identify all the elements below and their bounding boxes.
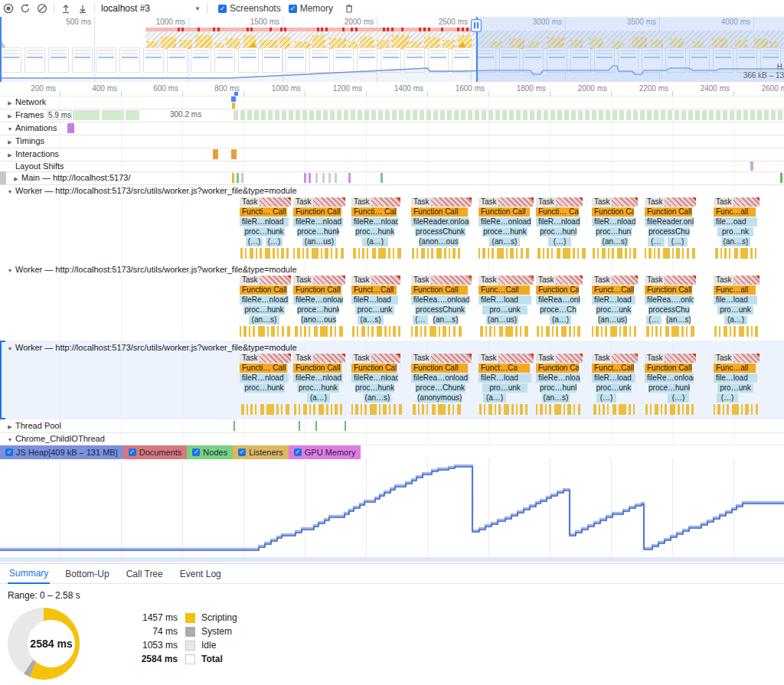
micro-task-bar[interactable] — [577, 248, 579, 259]
micro-task-bar[interactable] — [751, 404, 753, 415]
micro-task-bar[interactable] — [724, 326, 727, 337]
function-call-bar[interactable]: Funct…Call — [592, 285, 634, 295]
task-bar[interactable]: Task — [592, 197, 638, 207]
micro-task-bar[interactable] — [286, 248, 289, 259]
function-call-bar[interactable]: Functi… Call — [240, 364, 287, 373]
micro-task-bar[interactable] — [617, 248, 622, 259]
main-thread-event[interactable] — [335, 173, 337, 183]
function-call-bar[interactable]: Function Call — [351, 364, 397, 373]
micro-task-bar[interactable] — [424, 326, 426, 337]
micro-task-bar[interactable] — [567, 404, 571, 415]
filereader-onload-bar[interactable]: fileR…nload — [240, 373, 289, 383]
task-bar[interactable]: Task — [536, 354, 583, 363]
micro-task-bar[interactable] — [521, 248, 523, 259]
micro-task-bar[interactable] — [273, 248, 275, 259]
micro-task-bar[interactable] — [756, 404, 758, 415]
process-chunk-bar[interactable]: proc…hunk — [540, 227, 577, 236]
micro-task-bar[interactable] — [413, 404, 416, 415]
memory-legend-chip-3[interactable]: ✓Listeners — [233, 445, 289, 459]
micro-task-bar[interactable] — [727, 404, 729, 415]
anonymous-bar[interactable]: (… — [648, 237, 665, 246]
micro-task-bar[interactable] — [439, 326, 440, 337]
micro-task-bar[interactable] — [352, 326, 354, 337]
micro-task-bar[interactable] — [672, 248, 674, 259]
task-bar[interactable]: Task — [293, 354, 345, 363]
task-bar[interactable]: Task — [479, 354, 534, 363]
task-bar[interactable]: Task — [714, 197, 760, 207]
anonymous-bar[interactable]: (an…s) — [666, 315, 691, 325]
micro-task-bar[interactable] — [511, 404, 514, 415]
micro-task-bar[interactable] — [746, 326, 749, 337]
main-thread-event[interactable] — [381, 173, 383, 183]
main-thread-event[interactable] — [232, 173, 234, 183]
process-chunk-bar[interactable]: pro…unk — [482, 305, 528, 315]
micro-task-bar[interactable] — [573, 248, 575, 259]
main-thread-event[interactable] — [315, 173, 318, 183]
anonymous-bar[interactable]: (…) — [246, 237, 263, 246]
filereader-onload-bar[interactable]: fileRe…nload — [351, 217, 398, 227]
animation-event-bar[interactable] — [67, 123, 74, 133]
process-chunk-bar[interactable]: proc…unk — [596, 383, 632, 393]
micro-task-bar[interactable] — [293, 248, 295, 259]
thread-pool-event[interactable] — [299, 421, 300, 431]
overview-left-handle[interactable] — [0, 17, 2, 82]
micro-task-bar[interactable] — [537, 248, 541, 259]
task-bar[interactable]: Task — [240, 354, 291, 363]
micro-task-bar[interactable] — [295, 326, 298, 337]
anonymous-bar[interactable]: (an…s) — [542, 393, 570, 403]
micro-task-bar[interactable] — [557, 248, 560, 259]
task-bar[interactable]: Task — [351, 197, 400, 207]
filereader-onload-bar[interactable]: fileRe…nload — [293, 217, 343, 227]
anonymous-bar[interactable]: (an…us) — [302, 237, 336, 246]
micro-task-bar[interactable] — [459, 326, 462, 337]
micro-task-bar[interactable] — [256, 248, 257, 259]
micro-task-bar[interactable] — [750, 248, 753, 259]
anonymous-bar[interactable]: (a…) — [550, 315, 571, 325]
track-label-network[interactable]: ▶Network — [0, 96, 46, 109]
micro-task-bar[interactable] — [335, 248, 338, 259]
micro-task-bar[interactable] — [536, 404, 537, 415]
micro-task-bar[interactable] — [520, 326, 521, 337]
micro-task-bar[interactable] — [247, 404, 248, 415]
micro-task-bar[interactable] — [549, 404, 551, 415]
micro-task-bar[interactable] — [714, 404, 715, 415]
interaction-bar[interactable] — [231, 149, 237, 159]
anonymous-bar[interactable]: (a…) — [483, 393, 506, 403]
micro-task-bar[interactable] — [411, 326, 413, 337]
micro-task-bar[interactable] — [546, 326, 550, 337]
tab-bottom-up[interactable]: Bottom-Up — [64, 565, 110, 583]
memory-legend-chip-1[interactable]: ✓Documents — [123, 445, 188, 459]
micro-task-bar[interactable] — [479, 404, 482, 415]
micro-task-bar[interactable] — [602, 248, 606, 259]
screenshot-thumbnail[interactable] — [214, 47, 235, 73]
micro-task-bar[interactable] — [652, 326, 653, 337]
micro-task-bar[interactable] — [499, 326, 503, 337]
function-call-bar[interactable]: Func…all — [714, 364, 756, 373]
micro-task-bar[interactable] — [389, 404, 390, 415]
micro-task-bar[interactable] — [516, 404, 518, 415]
micro-task-bar[interactable] — [751, 326, 753, 337]
micro-task-bar[interactable] — [330, 326, 332, 337]
process-chunk-bar[interactable]: proc…unk — [596, 305, 632, 315]
anonymous-bar[interactable]: (an…s) — [601, 237, 629, 246]
micro-task-bar[interactable] — [300, 326, 302, 337]
micro-task-bar[interactable] — [730, 326, 731, 337]
screenshot-thumbnail[interactable] — [262, 47, 283, 73]
micro-task-bar[interactable] — [720, 248, 722, 259]
anonymous-bar[interactable]: (…) — [596, 393, 616, 403]
micro-task-bar[interactable] — [393, 248, 394, 259]
screenshot-thumbnail[interactable] — [404, 47, 425, 73]
micro-task-bar[interactable] — [670, 404, 675, 415]
micro-task-bar[interactable] — [610, 326, 617, 337]
screenshot-thumbnail[interactable] — [333, 47, 354, 73]
filereader-onload-bar[interactable]: fileR…nload — [240, 217, 289, 227]
function-call-bar[interactable]: Function Call — [293, 285, 341, 295]
micro-task-bar[interactable] — [719, 326, 720, 337]
screenshots-checkbox[interactable]: ✓ Screenshots — [218, 3, 281, 14]
micro-task-bar[interactable] — [276, 404, 279, 415]
function-call-bar[interactable]: Funct…Call — [592, 364, 634, 373]
micro-task-bar[interactable] — [457, 404, 461, 415]
micro-task-bar[interactable] — [240, 248, 243, 259]
task-bar[interactable]: Task — [645, 354, 696, 363]
tab-event-log[interactable]: Event Log — [178, 565, 223, 583]
